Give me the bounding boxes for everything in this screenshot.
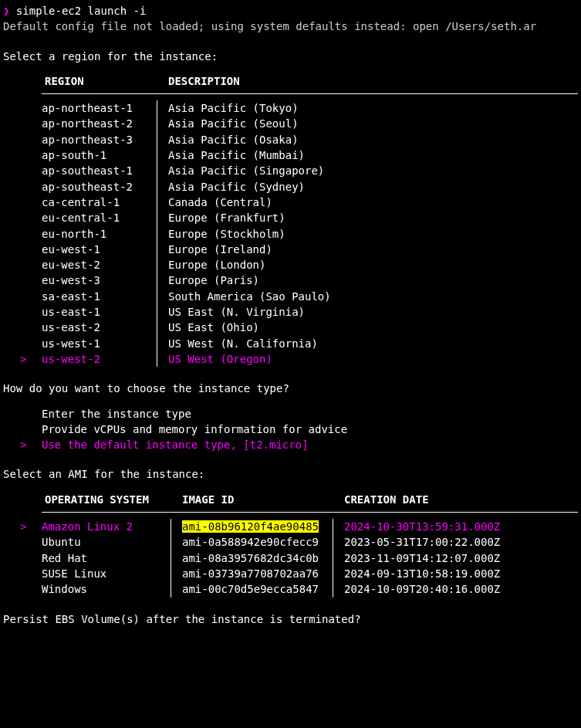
region-description: US West (N. California)	[157, 336, 343, 351]
region-row[interactable]: ap-southeast-1Asia Pacific (Singapore)	[42, 163, 578, 178]
warning-message: Default config file not loaded; using sy…	[3, 19, 578, 34]
region-row[interactable]: sa-east-1South America (Sao Paulo)	[42, 289, 578, 304]
option-label: Enter the instance type	[42, 408, 191, 420]
selection-caret: >	[20, 351, 26, 367]
selection-caret: >	[20, 519, 26, 534]
region-name: eu-central-1	[42, 210, 157, 225]
ami-row[interactable]: >Amazon Linux 2ami-08b96120f4ae904852024…	[42, 519, 578, 534]
ami-image-id: ami-0a588942e90cfecc9	[171, 534, 333, 550]
region-description: Europe (Ireland)	[157, 242, 343, 257]
region-row[interactable]: eu-west-2Europe (London)	[42, 257, 578, 273]
region-name: eu-west-1	[42, 242, 157, 257]
region-description: Asia Pacific (Tokyo)	[157, 100, 343, 116]
instance-type-option[interactable]: Provide vCPUs and memory information for…	[42, 422, 578, 437]
region-name: sa-east-1	[42, 289, 157, 304]
region-name: ap-northeast-3	[42, 132, 157, 147]
region-name: ap-south-1	[42, 147, 157, 163]
region-name: us-west-2	[42, 351, 157, 367]
region-description: South America (Sao Paulo)	[157, 289, 343, 304]
ami-table-header: OPERATING SYSTEM IMAGE ID CREATION DATE	[42, 492, 578, 513]
instance-type-options: Enter the instance typeProvide vCPUs and…	[42, 406, 578, 453]
region-description: Europe (Stockholm)	[157, 226, 343, 242]
region-row[interactable]: >us-west-2US West (Oregon)	[42, 351, 578, 367]
region-header: REGION	[42, 73, 157, 89]
region-table-header: REGION DESCRIPTION	[42, 73, 578, 94]
persist-prompt: Persist EBS Volume(s) after the instance…	[3, 611, 578, 627]
region-description: Asia Pacific (Osaka)	[157, 132, 343, 147]
region-description: Europe (London)	[157, 257, 343, 273]
ami-image-id: ami-08a3957682dc34c0b	[171, 550, 333, 566]
region-row[interactable]: ca-central-1Canada (Central)	[42, 195, 578, 210]
option-label: Use the default instance type, [t2.micro…	[42, 438, 309, 451]
ami-os: Red Hat	[42, 550, 171, 566]
region-description: US West (Oregon)	[157, 351, 343, 367]
ami-image-id: ami-08b96120f4ae90485	[171, 519, 333, 534]
terminal-output: ❯ simple-ec2 launch -i Default config fi…	[3, 3, 578, 627]
instance-type-option[interactable]: >Use the default instance type, [t2.micr…	[42, 437, 578, 452]
region-description: Asia Pacific (Mumbai)	[157, 147, 343, 163]
ami-row[interactable]: Ubuntuami-0a588942e90cfecc92023-05-31T17…	[42, 534, 578, 550]
command-line: ❯ simple-ec2 launch -i	[3, 3, 578, 19]
ami-creation-date: 2023-05-31T17:00:22.000Z	[333, 534, 500, 550]
ami-row[interactable]: SUSE Linuxami-03739a7708702aa762024-09-1…	[42, 566, 578, 581]
ami-table: OPERATING SYSTEM IMAGE ID CREATION DATE …	[42, 492, 578, 598]
region-name: us-east-2	[42, 320, 157, 335]
region-description: Europe (Paris)	[157, 273, 343, 288]
region-name: eu-west-3	[42, 273, 157, 288]
region-row[interactable]: ap-southeast-2Asia Pacific (Sydney)	[42, 179, 578, 195]
ami-creation-date: 2024-10-30T13:59:31.000Z	[333, 519, 500, 534]
prompt-char: ❯	[3, 5, 9, 17]
selection-caret: >	[20, 437, 26, 452]
region-name: ap-northeast-2	[42, 116, 157, 131]
region-row[interactable]: eu-west-3Europe (Paris)	[42, 273, 578, 288]
region-description: Asia Pacific (Seoul)	[157, 116, 343, 131]
ami-row[interactable]: Red Hatami-08a3957682dc34c0b2023-11-09T1…	[42, 550, 578, 566]
region-name: eu-west-2	[42, 257, 157, 273]
region-description: US East (Ohio)	[157, 320, 343, 335]
description-header: DESCRIPTION	[157, 73, 343, 89]
region-row[interactable]: eu-north-1Europe (Stockholm)	[42, 226, 578, 242]
ami-os: SUSE Linux	[42, 566, 171, 581]
ami-image-id: ami-00c70d5e9ecca5847	[171, 581, 333, 597]
imageid-header: IMAGE ID	[171, 492, 333, 507]
region-row[interactable]: ap-south-1Asia Pacific (Mumbai)	[42, 147, 578, 163]
ami-creation-date: 2024-09-13T10:58:19.000Z	[333, 566, 500, 581]
ami-os: Windows	[42, 581, 171, 597]
ami-prompt: Select an AMI for the instance:	[3, 466, 578, 482]
creationdate-header: CREATION DATE	[333, 492, 429, 507]
region-prompt: Select a region for the instance:	[3, 49, 578, 64]
region-row[interactable]: us-east-2US East (Ohio)	[42, 320, 578, 335]
instance-type-option[interactable]: Enter the instance type	[42, 406, 578, 422]
region-description: Asia Pacific (Sydney)	[157, 179, 343, 195]
region-row[interactable]: ap-northeast-1Asia Pacific (Tokyo)	[42, 100, 578, 116]
ami-creation-date: 2023-11-09T14:12:07.000Z	[333, 550, 500, 566]
region-description: Canada (Central)	[157, 195, 343, 210]
ami-os: Ubuntu	[42, 534, 171, 550]
region-name: ap-southeast-1	[42, 163, 157, 178]
region-description: Europe (Frankfurt)	[157, 210, 343, 225]
region-table: REGION DESCRIPTION ap-northeast-1Asia Pa…	[42, 73, 578, 367]
region-row[interactable]: eu-central-1Europe (Frankfurt)	[42, 210, 578, 225]
os-header: OPERATING SYSTEM	[42, 492, 171, 507]
region-row[interactable]: us-east-1US East (N. Virginia)	[42, 304, 578, 320]
region-name: us-west-1	[42, 336, 157, 351]
ami-creation-date: 2024-10-09T20:40:16.000Z	[333, 581, 500, 597]
region-row[interactable]: ap-northeast-3Asia Pacific (Osaka)	[42, 132, 578, 147]
ami-os: Amazon Linux 2	[42, 519, 171, 534]
ami-row[interactable]: Windowsami-00c70d5e9ecca58472024-10-09T2…	[42, 581, 578, 597]
ami-image-id: ami-03739a7708702aa76	[171, 566, 333, 581]
region-row[interactable]: eu-west-1Europe (Ireland)	[42, 242, 578, 257]
option-label: Provide vCPUs and memory information for…	[42, 423, 347, 435]
command-text: simple-ec2 launch -i	[16, 5, 147, 17]
region-description: US East (N. Virginia)	[157, 304, 343, 320]
region-name: us-east-1	[42, 304, 157, 320]
region-name: eu-north-1	[42, 226, 157, 242]
region-description: Asia Pacific (Singapore)	[157, 163, 343, 178]
region-name: ca-central-1	[42, 195, 157, 210]
instance-type-prompt: How do you want to choose the instance t…	[3, 381, 578, 396]
region-name: ap-northeast-1	[42, 100, 157, 116]
region-name: ap-southeast-2	[42, 179, 157, 195]
region-row[interactable]: ap-northeast-2Asia Pacific (Seoul)	[42, 116, 578, 131]
region-row[interactable]: us-west-1US West (N. California)	[42, 336, 578, 351]
